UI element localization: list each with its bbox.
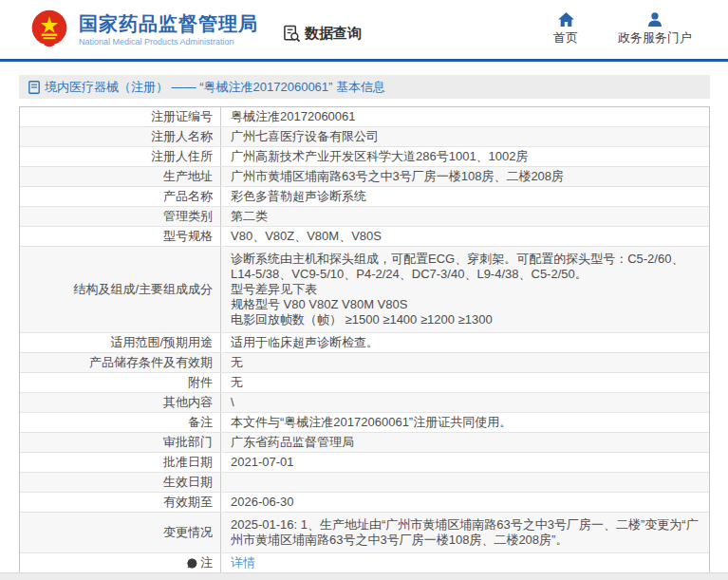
row-value-line: 诊断系统由主机和探头组成，可配置ECG、穿刺架。可配置的探头型号：C5-2/60…	[231, 252, 700, 282]
row-value: 粤械注准20172060061	[221, 107, 709, 126]
row-label-text: 产品储存条件及有效期	[89, 355, 213, 370]
row-label: 产品储存条件及有效期	[20, 353, 221, 372]
details-link[interactable]: 详情	[231, 555, 700, 571]
row-label: 型号规格	[20, 227, 221, 246]
row-label: 注册证编号	[20, 107, 221, 126]
row-label-text: 生效日期	[163, 475, 213, 490]
data-query-link[interactable]: 数据查询	[283, 25, 362, 43]
row-label-text: 生产地址	[163, 169, 213, 184]
page-title: 境内医疗器械（注册） —— “粤械注准20172060061” 基本信息	[45, 79, 385, 96]
data-query-icon	[283, 25, 301, 43]
info-table: 注册证编号粤械注准20172060061注册人名称广州七喜医疗设备有限公司注册人…	[19, 106, 710, 573]
row-value-line: 2021-07-01	[231, 455, 700, 470]
row-label-text: 注	[200, 555, 213, 571]
row-value: 广东省药品监督管理局	[221, 433, 709, 452]
row-value-line: 电影回放帧数（帧） ≥1500 ≥1400 ≥1200 ≥1300	[231, 312, 700, 327]
table-row: 注册证编号粤械注准20172060061	[20, 107, 709, 127]
row-value-line: 无	[231, 375, 700, 390]
table-row: 管理类别第二类	[20, 207, 709, 227]
row-value-line: 规格型号 V80 V80Z V80M V80S	[231, 297, 700, 312]
row-value-line: 第二类	[231, 209, 700, 224]
table-row: 型号规格V80、V80Z、V80M、V80S	[20, 227, 709, 247]
row-label: 注册人住所	[20, 147, 221, 166]
table-row: 结构及组成/主要组成成分诊断系统由主机和探头组成，可配置ECG、穿刺架。可配置的…	[20, 247, 709, 333]
row-label: 备注	[20, 413, 221, 432]
row-value: 彩色多普勒超声诊断系统	[221, 187, 709, 206]
row-value: 2021-07-01	[221, 453, 709, 472]
header-nav: 首页 政务服务门户	[553, 12, 705, 47]
table-row: 审批部门广东省药品监督管理局	[20, 433, 709, 453]
table-row: 注详情	[20, 553, 709, 573]
table-row: 注册人住所广州高新技术产业开发区科学大道286号1001、1002房	[20, 147, 709, 167]
document-icon	[28, 81, 40, 94]
row-label: 附件	[20, 373, 221, 392]
table-row: 生效日期	[20, 473, 709, 493]
row-value	[221, 473, 709, 492]
row-value: 2026-06-30	[221, 493, 709, 512]
row-value: 第二类	[221, 207, 709, 226]
row-value-line: 2025-01-16: 1、生产地址由“广州市黄埔区埔南路63号之中3号厂房一、…	[231, 517, 700, 548]
row-label-text: 型号规格	[163, 229, 213, 244]
row-label-text: 附件	[188, 375, 213, 390]
row-label-text: 结构及组成/主要组成成分	[73, 282, 213, 297]
nav-portal[interactable]: 政务服务门户	[618, 12, 692, 47]
row-value: 无	[221, 373, 709, 392]
row-value: 诊断系统由主机和探头组成，可配置ECG、穿刺架。可配置的探头型号：C5-2/60…	[221, 247, 709, 332]
row-label: 批准日期	[20, 453, 221, 472]
table-row: 其他内容\	[20, 393, 709, 413]
nav-portal-label: 政务服务门户	[618, 29, 692, 47]
table-row: 适用范围/预期用途适用于临床超声诊断检查。	[20, 333, 709, 353]
row-value-line: 适用于临床超声诊断检查。	[231, 335, 700, 350]
row-label: 有效期至	[20, 493, 221, 512]
row-value-line: 型号差异见下表	[231, 282, 700, 297]
row-value: V80、V80Z、V80M、V80S	[221, 227, 709, 246]
note-bubble-icon	[187, 558, 197, 569]
row-value: 无	[221, 353, 709, 372]
page-footer	[0, 572, 728, 580]
row-label-text: 审批部门	[163, 435, 213, 450]
row-value: 本文件与“粤械注准20172060061”注册证共同使用。	[221, 413, 709, 432]
table-row: 生产地址广州市黄埔区埔南路63号之中3号厂房一楼108房、二楼208房	[20, 167, 709, 187]
row-label-text: 其他内容	[163, 395, 213, 410]
row-label: 生产地址	[20, 167, 221, 186]
row-value-line: 2026-06-30	[231, 495, 700, 510]
row-label-text: 备注	[188, 415, 213, 430]
row-value: 2025-01-16: 1、生产地址由“广州市黄埔区埔南路63号之中3号厂房一、…	[221, 513, 709, 552]
row-label-text: 产品名称	[163, 189, 213, 204]
row-label: 注	[20, 553, 221, 572]
row-label: 审批部门	[20, 433, 221, 452]
table-row: 有效期至2026-06-30	[20, 493, 709, 513]
table-row: 注册人名称广州七喜医疗设备有限公司	[20, 127, 709, 147]
row-label-text: 有效期至	[163, 495, 213, 510]
row-label: 注册人名称	[20, 127, 221, 146]
table-row: 备注本文件与“粤械注准20172060061”注册证共同使用。	[20, 413, 709, 433]
user-icon	[647, 12, 663, 27]
data-query-label: 数据查询	[305, 25, 362, 43]
org-name-cn: 国家药品监督管理局	[79, 12, 258, 35]
row-label-text: 适用范围/预期用途	[110, 335, 213, 350]
home-icon	[558, 12, 574, 27]
row-value-line: 粤械注准20172060061	[231, 109, 700, 124]
national-emblem-icon	[28, 9, 70, 50]
row-label: 其他内容	[20, 393, 221, 412]
main-content: 境内医疗器械（注册） —— “粤械注准20172060061” 基本信息 注册证…	[0, 62, 728, 573]
row-label: 生效日期	[20, 473, 221, 492]
row-value-line: V80、V80Z、V80M、V80S	[231, 229, 700, 244]
row-label-text: 批准日期	[163, 455, 213, 470]
table-row: 产品名称彩色多普勒超声诊断系统	[20, 187, 709, 207]
row-value: 广州七喜医疗设备有限公司	[221, 127, 709, 146]
row-label: 产品名称	[20, 187, 221, 206]
row-value-line: 广州高新技术产业开发区科学大道286号1001、1002房	[231, 149, 700, 164]
row-label-text: 注册人住所	[151, 149, 213, 164]
row-value-line: \	[231, 395, 700, 410]
row-value-line: 无	[231, 355, 700, 370]
table-row: 附件无	[20, 373, 709, 393]
row-value: 适用于临床超声诊断检查。	[221, 333, 709, 352]
table-row: 变更情况2025-01-16: 1、生产地址由“广州市黄埔区埔南路63号之中3号…	[20, 513, 709, 553]
site-header: 国家药品监督管理局 National Medical Products Admi…	[0, 0, 728, 59]
nav-home[interactable]: 首页	[553, 12, 578, 47]
nav-home-label: 首页	[553, 29, 578, 47]
row-label: 结构及组成/主要组成成分	[20, 247, 221, 332]
row-label-text: 注册证编号	[151, 109, 213, 124]
nmpa-logo[interactable]: 国家药品监督管理局 National Medical Products Admi…	[28, 9, 258, 50]
